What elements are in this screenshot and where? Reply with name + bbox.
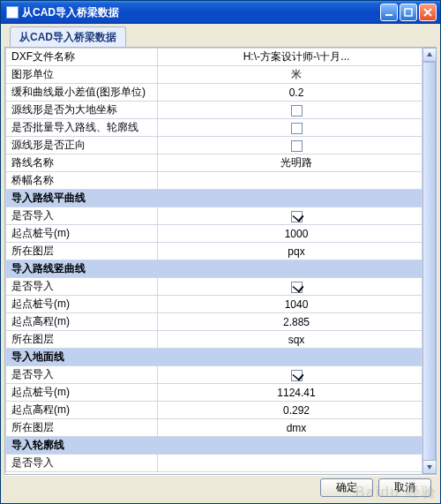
row-v-layer: 所在图层sqx	[6, 331, 436, 349]
row-route-name: 路线名称光明路	[6, 154, 436, 172]
titlebar-buttons	[380, 4, 437, 21]
row-h-import: 是否导入	[6, 207, 436, 225]
value-g-layer[interactable]: dmx	[158, 419, 436, 437]
value-bridge-name[interactable]	[158, 172, 436, 190]
label: 起点高程(m)	[6, 313, 158, 331]
cancel-button[interactable]: 取消	[378, 478, 431, 497]
row-g-layer: 所在图层dmx	[6, 419, 436, 437]
label: 是否导入	[6, 366, 158, 384]
label: 所在图层	[6, 331, 158, 349]
titlebar[interactable]: 从CAD导入桥梁数据	[1, 1, 440, 24]
checkbox-src-earth[interactable]	[291, 105, 303, 117]
scroll-down-button[interactable]	[422, 460, 437, 474]
row-g-start: 起点桩号(m)1124.41	[6, 384, 436, 402]
section-outline: 导入轮廓线	[6, 437, 436, 455]
row-h-layer: 所在图层pqx	[6, 243, 436, 260]
scroll-thumb[interactable]	[422, 62, 436, 468]
tab-import[interactable]: 从CAD导入桥梁数据	[10, 26, 126, 48]
tabstrip: 从CAD导入桥梁数据	[4, 27, 437, 47]
row-src-earth: 源线形是否为大地坐标	[6, 102, 436, 119]
label: 所在图层	[6, 419, 158, 437]
label: 起点桩号(m)	[6, 296, 158, 313]
scroll-up-button[interactable]	[422, 48, 437, 62]
row-v-elev: 起点高程(m)2.885	[6, 313, 436, 331]
label: 源线形是否为大地坐标	[6, 102, 158, 119]
label: 所在图层	[6, 243, 158, 260]
close-button[interactable]	[419, 4, 437, 21]
row-o-import: 是否导入	[6, 455, 436, 472]
checkbox-v-import[interactable]	[291, 282, 303, 293]
value-curve-min[interactable]: 0.2	[158, 84, 436, 102]
row-g-import: 是否导入	[6, 366, 436, 384]
value-route-name[interactable]: 光明路	[158, 154, 436, 172]
value-h-start[interactable]: 1000	[158, 225, 436, 243]
value-v-layer[interactable]: sqx	[158, 331, 436, 349]
row-g-elev: 起点高程(m)0.292	[6, 402, 436, 419]
row-v-import: 是否导入	[6, 278, 436, 296]
label: 图形单位	[6, 66, 158, 84]
section-vcurve: 导入路线竖曲线	[6, 260, 436, 278]
label: 路线名称	[6, 154, 158, 172]
maximize-button[interactable]	[400, 4, 417, 21]
row-dxf-name: DXF文件名称H:\-方案设计师-\十月...	[6, 49, 436, 66]
value-shape-unit[interactable]: 米	[158, 66, 436, 84]
label: 缓和曲线最小差值(图形单位)	[6, 84, 158, 102]
value-o-import[interactable]	[158, 455, 436, 472]
app-icon	[6, 6, 19, 19]
row-bridge-name: 桥幅名称	[6, 172, 436, 190]
value-g-elev[interactable]: 0.292	[158, 402, 436, 419]
footer-bar: 确定 取消	[4, 475, 437, 500]
row-curve-min: 缓和曲线最小差值(图形单位)0.2	[6, 84, 436, 102]
svg-marker-4	[427, 52, 432, 56]
value-dxf-name[interactable]: H:\-方案设计师-\十月...	[158, 49, 436, 66]
vertical-scrollbar[interactable]	[422, 48, 436, 474]
value-v-start[interactable]: 1040	[158, 296, 436, 313]
client-area: 从CAD导入桥梁数据 DXF文件名称H:\-方案设计师-\十月... 图形单位米…	[1, 24, 440, 503]
label: 是否导入	[6, 455, 158, 472]
minimize-button[interactable]	[380, 4, 398, 21]
label: 是否批量导入路线、轮廓线	[6, 119, 158, 137]
window-title: 从CAD导入桥梁数据	[22, 5, 380, 20]
label: 源线形是否正向	[6, 137, 158, 154]
value-h-layer[interactable]: pqx	[158, 243, 436, 260]
svg-marker-5	[427, 465, 432, 470]
row-batch-import: 是否批量导入路线、轮廓线	[6, 119, 436, 137]
svg-rect-1	[405, 9, 412, 16]
label: 起点桩号(m)	[6, 384, 158, 402]
row-h-start: 起点桩号(m)1000	[6, 225, 436, 243]
value-g-start[interactable]: 1124.41	[158, 384, 436, 402]
row-v-start: 起点桩号(m)1040	[6, 296, 436, 313]
properties-grid: DXF文件名称H:\-方案设计师-\十月... 图形单位米 缓和曲线最小差值(图…	[5, 48, 436, 472]
section-ground: 导入地面线	[6, 349, 436, 366]
checkbox-g-import[interactable]	[291, 370, 303, 381]
label: 桥幅名称	[6, 172, 158, 190]
checkbox-src-forward[interactable]	[291, 140, 303, 152]
label: DXF文件名称	[6, 49, 158, 66]
properties-panel: DXF文件名称H:\-方案设计师-\十月... 图形单位米 缓和曲线最小差值(图…	[4, 47, 437, 475]
checkbox-h-import[interactable]	[291, 211, 303, 222]
section-hcurve: 导入路线平曲线	[6, 190, 436, 207]
row-shape-unit: 图形单位米	[6, 66, 436, 84]
value-v-elev[interactable]: 2.885	[158, 313, 436, 331]
window-frame: 从CAD导入桥梁数据 从CAD导入桥梁数据 DXF文件名称H:\-方案设计师-\…	[0, 0, 441, 504]
ok-button[interactable]: 确定	[320, 478, 373, 497]
label: 起点高程(m)	[6, 402, 158, 419]
label: 是否导入	[6, 207, 158, 225]
label: 是否导入	[6, 278, 158, 296]
checkbox-batch-import[interactable]	[291, 123, 303, 134]
label: 起点桩号(m)	[6, 225, 158, 243]
row-src-forward: 源线形是否正向	[6, 137, 436, 154]
